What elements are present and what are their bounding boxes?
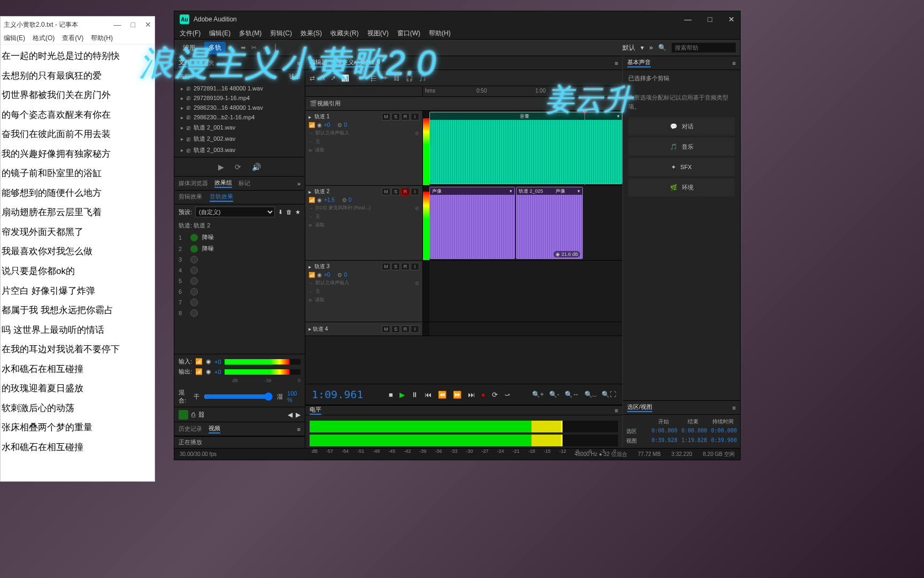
monitor-button[interactable]: I bbox=[411, 325, 419, 333]
vol-knob-icon[interactable]: ◉ bbox=[317, 197, 322, 203]
file-row[interactable]: ▸⎚2986230...16 48000 1.wav bbox=[174, 103, 305, 112]
menu-item[interactable]: 收藏夹(R) bbox=[330, 29, 359, 37]
panel-menu-icon[interactable]: ≡ bbox=[733, 405, 736, 411]
audition-titlebar[interactable]: Au Adobe Audition — □ ✕ bbox=[174, 11, 740, 27]
mix-value[interactable]: 100 % bbox=[287, 390, 301, 403]
panel-menu-icon[interactable]: ≡ bbox=[297, 426, 301, 432]
audio-clip[interactable]: 轨道 2_025声像▾ ◉ 21.6 dB bbox=[516, 187, 583, 259]
arm-button[interactable]: R bbox=[401, 263, 410, 270]
expand-icon[interactable]: ▸ bbox=[181, 136, 183, 142]
monitor-button[interactable]: I bbox=[411, 263, 419, 270]
tab-effects-rack[interactable]: 效果组 bbox=[214, 179, 232, 188]
playhead[interactable] bbox=[584, 111, 585, 185]
effect-slot[interactable]: 3 bbox=[174, 254, 305, 265]
track-lane-3[interactable] bbox=[429, 261, 622, 322]
effect-power-button[interactable] bbox=[190, 234, 198, 241]
loop-icon[interactable]: ⟳ bbox=[235, 163, 241, 171]
file-row[interactable]: ▸⎚轨道 2_002.wav bbox=[174, 133, 305, 144]
panel-menu-icon[interactable]: ≡ bbox=[733, 60, 736, 66]
output-gain[interactable]: +0 bbox=[214, 369, 221, 375]
effect-power-button[interactable] bbox=[190, 309, 198, 317]
menu-item[interactable]: 窗口(W) bbox=[397, 29, 420, 37]
chevron-down-icon[interactable]: ▾ bbox=[641, 44, 644, 51]
tab-media-browser[interactable]: 媒体浏览器 bbox=[179, 179, 208, 187]
maximize-icon[interactable]: □ bbox=[708, 15, 712, 24]
gain-knob-icon[interactable]: ◉ bbox=[206, 368, 211, 375]
favorite-icon[interactable]: ★ bbox=[295, 209, 301, 216]
panel-menu-icon[interactable]: ≡ bbox=[615, 407, 618, 414]
zoom-sel-icon[interactable]: 🔍⎵ bbox=[584, 391, 596, 398]
sel-start[interactable]: 0:00.000 bbox=[650, 428, 677, 435]
search-input[interactable] bbox=[672, 43, 736, 52]
effect-slot[interactable]: 8 bbox=[174, 308, 305, 318]
input-gain[interactable]: +0 bbox=[214, 359, 221, 365]
rewind-button[interactable]: ⏪ bbox=[438, 391, 446, 399]
expand-icon[interactable]: ▸ bbox=[181, 95, 183, 101]
more-icon[interactable]: » bbox=[649, 44, 653, 51]
effect-power-button[interactable] bbox=[190, 256, 198, 263]
pause-button[interactable]: ⏸ bbox=[411, 391, 418, 399]
menu-item[interactable]: 编辑(E) bbox=[209, 29, 230, 37]
menu-item[interactable]: 帮助(H) bbox=[429, 29, 451, 37]
expand-icon[interactable]: ▸ bbox=[181, 115, 183, 120]
collapse-icon[interactable]: ▸ bbox=[309, 264, 311, 270]
tab-history[interactable]: 历史记录 bbox=[179, 425, 202, 433]
menu-item[interactable]: 文件(F) bbox=[180, 29, 201, 37]
file-row[interactable]: ▸⎚轨道 2_001.wav bbox=[174, 122, 305, 133]
monitor-button[interactable]: I bbox=[411, 113, 419, 120]
track-lane-2[interactable]: 声像▾ 轨道 2_025声像▾ ◉ 21.6 dB bbox=[429, 186, 622, 260]
cat-dialogue[interactable]: 💬对话 bbox=[628, 117, 735, 135]
solo-button[interactable]: S bbox=[391, 263, 400, 270]
view-end[interactable]: 1:19.828 bbox=[680, 437, 707, 445]
rack-power-button[interactable] bbox=[179, 410, 188, 420]
notepad-titlebar[interactable]: 主义小黄歌2.0.txt - 记事本 — □ ✕ bbox=[1, 17, 155, 33]
sel-end[interactable]: 0:00.000 bbox=[680, 428, 707, 435]
tab-markers[interactable]: 标记 bbox=[238, 179, 250, 187]
menu-help[interactable]: 帮助(H) bbox=[91, 34, 113, 43]
arm-button[interactable]: R bbox=[401, 113, 410, 120]
zoom-in-icon[interactable]: 🔍+ bbox=[532, 391, 544, 398]
mute-button[interactable]: M bbox=[382, 325, 390, 333]
go-end-button[interactable]: ⏭ bbox=[468, 391, 475, 399]
mute-button[interactable]: M bbox=[382, 263, 390, 270]
track-lane-4[interactable] bbox=[429, 322, 622, 336]
audio-clip[interactable]: 声像▾ bbox=[429, 187, 515, 259]
collapse-icon[interactable]: ▸ bbox=[309, 189, 311, 195]
zoom-out-icon[interactable]: 🔍- bbox=[549, 391, 559, 398]
cat-music[interactable]: 🎵音乐 bbox=[628, 138, 735, 156]
track-name[interactable]: 轨道 2 bbox=[314, 188, 379, 195]
mix-slider[interactable] bbox=[204, 392, 273, 401]
cat-sfx[interactable]: ✦SFX bbox=[628, 158, 735, 176]
menu-edit[interactable]: 编辑(E) bbox=[4, 34, 25, 43]
menu-item[interactable]: 视图(V) bbox=[367, 29, 389, 37]
forward-button[interactable]: ⏩ bbox=[453, 391, 461, 399]
effect-power-button[interactable] bbox=[190, 299, 198, 306]
minimize-icon[interactable]: — bbox=[114, 20, 121, 29]
close-icon[interactable]: ✕ bbox=[145, 20, 151, 29]
effect-power-button[interactable] bbox=[190, 267, 198, 274]
pan-knob-icon[interactable]: ⊙ bbox=[337, 122, 342, 128]
expand-icon[interactable]: ▸ bbox=[181, 125, 183, 131]
track-name[interactable]: 轨道 1 bbox=[314, 113, 379, 120]
arm-button[interactable]: R bbox=[401, 325, 410, 333]
solo-button[interactable]: S bbox=[391, 113, 400, 120]
effect-slot[interactable]: 7 bbox=[174, 297, 305, 308]
next-icon[interactable]: ▶ bbox=[296, 411, 301, 419]
effect-slot[interactable]: 4 bbox=[174, 265, 305, 276]
menu-item[interactable]: 多轨(M) bbox=[239, 29, 261, 37]
pan-knob-icon[interactable]: ⊙ bbox=[337, 272, 342, 278]
close-icon[interactable]: ✕ bbox=[728, 15, 735, 24]
expand-icon[interactable]: ▸ bbox=[181, 105, 183, 111]
file-row[interactable]: ▸⎚轨道 2_003.wav bbox=[174, 144, 305, 156]
skip-button[interactable]: ⤻ bbox=[504, 391, 510, 399]
monitor-button[interactable]: I bbox=[411, 188, 419, 195]
notepad-content[interactable]: 在一起的时光总是过的特别快去想别的只有最疯狂的爱切世界都被我们关在房门外的每个姿… bbox=[1, 44, 155, 459]
play-icon[interactable]: ▶ bbox=[218, 163, 224, 171]
menu-view[interactable]: 查看(V) bbox=[62, 34, 83, 43]
vol-knob-icon[interactable]: ◉ bbox=[317, 272, 322, 278]
arm-button[interactable]: R bbox=[401, 188, 410, 195]
play-button[interactable]: ▶ bbox=[399, 391, 405, 399]
preset-select[interactable]: (自定义) bbox=[195, 207, 275, 217]
tab-track-effects[interactable]: 音轨效果 bbox=[210, 193, 233, 202]
stop-button[interactable]: ■ bbox=[389, 391, 393, 399]
